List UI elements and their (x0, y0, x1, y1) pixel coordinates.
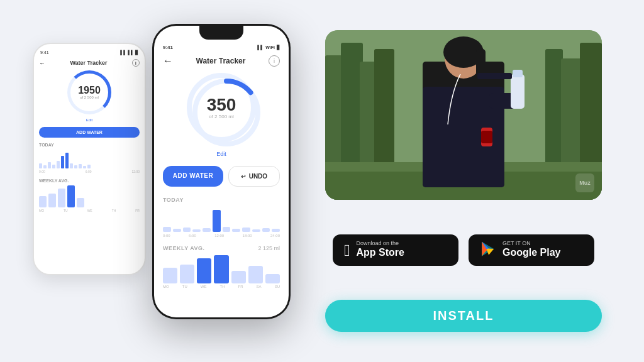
back-arrow: ← (163, 55, 173, 67)
svg-rect-20 (477, 73, 512, 79)
back-today-bars (39, 150, 140, 168)
google-store-main: Google Play (502, 246, 560, 258)
front-time-labels: 0:00 6:00 12:00 18:00 24:00 (163, 234, 280, 238)
add-water-button[interactable]: ADD WATER (163, 166, 223, 187)
google-play-icon (480, 241, 496, 260)
info-icon: i (269, 55, 280, 67)
back-weekly-labels: MO TU WE TH FR (39, 209, 140, 212)
google-play-button[interactable]: GET IT ON Google Play (469, 234, 594, 266)
phone-back: 9:41 ▌▌ ▌▌ ▊ ← Water Tracker i 1950 of 2… (33, 43, 146, 275)
front-weekly-header: WEEKLY AVG. 2 125 ml (163, 245, 280, 251)
back-header: ← Water Tracker i (39, 59, 140, 67)
back-circle: 1950 of 2 500 ml (67, 70, 111, 114)
apple-store-main: App Store (357, 246, 404, 258)
undo-button[interactable]: ↩ UNDO (228, 166, 280, 187)
svg-rect-19 (513, 70, 523, 77)
front-weekly-labels: MO TU WE TH FR SA SU (163, 285, 280, 288)
apple-icon:  (344, 242, 350, 258)
apple-store-sub: Download on the (357, 241, 404, 246)
back-time-labels: 0:00 6:00 12:00 (39, 170, 140, 173)
app-store-button[interactable]:  Download on the App Store (333, 234, 458, 266)
store-buttons:  Download on the App Store (333, 234, 594, 266)
front-today-label: TODAY (163, 197, 280, 203)
main-container: 9:41 ▌▌ ▌▌ ▊ ← Water Tracker i 1950 of 2… (14, 11, 630, 351)
front-weekly-bars (163, 255, 280, 283)
front-title: Water Tracker (196, 57, 246, 65)
hero-photo: Muz (325, 30, 602, 200)
google-store-sub: GET IT ON (502, 241, 560, 246)
back-weekly-bars (39, 185, 140, 207)
front-action-buttons: ADD WATER ↩ UNDO (163, 166, 280, 187)
install-button[interactable]: INSTALL (325, 300, 602, 332)
svg-rect-22 (481, 131, 492, 143)
svg-rect-18 (511, 74, 525, 109)
progress-svg (187, 73, 266, 152)
back-statusbar: 9:41 ▌▌ ▌▌ ▊ (39, 50, 140, 55)
muz-badge: Muz (575, 173, 594, 192)
phone-front: 9:41 ▌▌ WiFi ▊ ← Water Tracker i (152, 24, 291, 319)
front-statusbar: 9:41 ▌▌ WiFi ▊ (163, 45, 280, 50)
right-panel: Muz  Download on the App Store (316, 24, 611, 338)
phone-notch (199, 26, 243, 40)
front-progress-circle: 350 of 2 500 ml (163, 73, 280, 142)
phone-mockups: 9:41 ▌▌ ▌▌ ▊ ← Water Tracker i 1950 of 2… (33, 24, 297, 338)
woman-photo-svg (325, 30, 602, 200)
back-add-water-btn[interactable]: ADD WATER (39, 127, 140, 138)
front-today-bars (163, 207, 280, 232)
front-nav: ← Water Tracker i (163, 55, 280, 67)
